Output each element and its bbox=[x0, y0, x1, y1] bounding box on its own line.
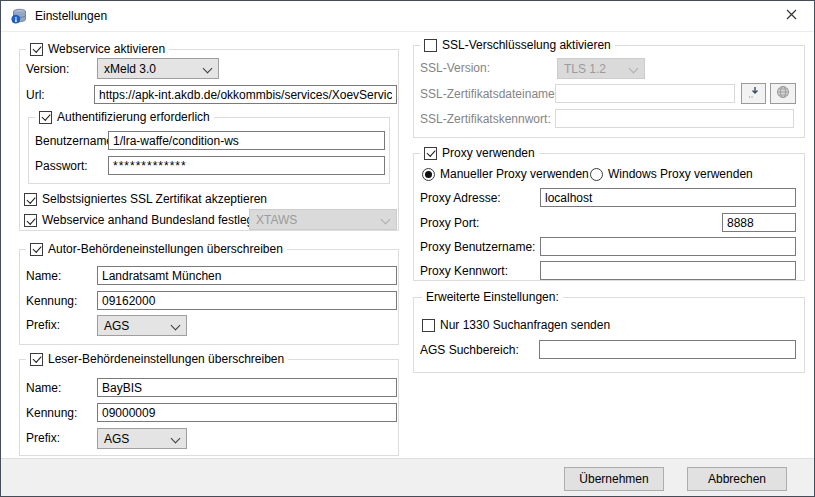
proxy-verwenden-checkbox[interactable] bbox=[424, 147, 437, 160]
bundesland-label: Webservice anhand Bundesland festlegen bbox=[42, 213, 267, 228]
bundesland-select: XTAWS bbox=[249, 209, 397, 230]
autor-name-input[interactable] bbox=[97, 266, 397, 285]
advanced-group-label: Erweiterte Einstellungen: bbox=[422, 289, 563, 305]
passwort-label: Passwort: bbox=[35, 159, 88, 174]
autor-ueberschreiben-label: Autor-Behördeneinstellungen überschreibe… bbox=[48, 241, 283, 257]
proxy-pass-input[interactable] bbox=[540, 261, 796, 280]
globe-icon bbox=[776, 85, 790, 102]
proxy-port-input[interactable] bbox=[722, 213, 796, 232]
webservice-group: Webservice aktivieren Version: xMeld 3.0… bbox=[19, 49, 399, 231]
url-label: Url: bbox=[26, 88, 45, 103]
only1330-label: Nur 1330 Suchanfragen senden bbox=[440, 318, 610, 333]
leser-group: Leser-Behördeneinstellungen überschreibe… bbox=[19, 359, 399, 456]
ssl-pass-input bbox=[555, 109, 794, 128]
leser-prefix-select[interactable]: AGS bbox=[97, 428, 187, 449]
bundesland-row: Webservice anhand Bundesland festlegen bbox=[24, 213, 267, 228]
ssl-file-input bbox=[555, 84, 735, 103]
chevron-down-icon bbox=[203, 64, 213, 74]
proxy-address-label: Proxy Adresse: bbox=[420, 191, 501, 206]
ssl-version-select: TLS 1.2 bbox=[557, 58, 645, 79]
ssl-pass-label: SSL-Zertifikatskennwort: bbox=[420, 112, 551, 127]
autor-kennung-input[interactable] bbox=[97, 291, 397, 310]
ssl-aktivieren-checkbox[interactable] bbox=[424, 39, 437, 52]
leser-ueberschreiben-checkbox[interactable] bbox=[30, 353, 43, 366]
ssl-group: SSL-Verschlüsselung aktivieren SSL-Versi… bbox=[413, 45, 805, 138]
autor-ueberschreiben-checkbox[interactable] bbox=[30, 243, 43, 256]
autor-group: Autor-Behördeneinstellungen überschreibe… bbox=[19, 249, 399, 345]
chevron-down-icon bbox=[629, 64, 639, 74]
leser-kennung-input[interactable] bbox=[97, 403, 397, 422]
auth-group: Authentifizierung erforderlich Benutzern… bbox=[28, 117, 390, 184]
version-select[interactable]: xMeld 3.0 bbox=[97, 58, 219, 79]
manual-proxy-radio[interactable] bbox=[422, 168, 435, 181]
proxy-group: Proxy verwenden Manueller Proxy verwende… bbox=[413, 153, 805, 281]
selfsigned-label: Selbstsigniertes SSL Zertifikat akzeptie… bbox=[42, 192, 267, 207]
autor-prefix-value: AGS bbox=[104, 319, 129, 333]
window-title: Einstellungen bbox=[35, 9, 107, 23]
auth-erforderlich-label: Authentifizierung erforderlich bbox=[57, 109, 210, 125]
autor-kennung-label: Kennung: bbox=[26, 294, 77, 309]
ags-suchbereich-input[interactable] bbox=[539, 340, 796, 359]
benutzername-input[interactable] bbox=[108, 131, 385, 150]
benutzername-label: Benutzername: bbox=[35, 134, 116, 149]
manual-proxy-row: Manueller Proxy verwenden bbox=[422, 167, 589, 182]
only1330-row: Nur 1330 Suchanfragen senden bbox=[422, 318, 610, 333]
browse-certificate-button[interactable] bbox=[741, 83, 766, 104]
selfsigned-checkbox[interactable] bbox=[24, 193, 37, 206]
chevron-down-icon bbox=[171, 321, 181, 331]
leser-prefix-label: Prefix: bbox=[26, 431, 60, 446]
app-icon bbox=[11, 8, 27, 24]
proxy-port-label: Proxy Port: bbox=[420, 216, 479, 231]
close-button[interactable] bbox=[769, 1, 814, 30]
ssl-file-label: SSL-Zertifikatsdateiname: bbox=[420, 87, 558, 102]
ssl-version-value: TLS 1.2 bbox=[564, 62, 606, 76]
proxy-verwenden-label: Proxy verwenden bbox=[442, 145, 535, 161]
proxy-pass-label: Proxy Kennwort: bbox=[420, 264, 508, 279]
ags-suchbereich-label: AGS Suchbereich: bbox=[420, 343, 519, 358]
file-import-icon bbox=[747, 86, 761, 102]
leser-ueberschreiben-label: Leser-Behördeneinstellungen überschreibe… bbox=[48, 351, 284, 367]
autor-name-label: Name: bbox=[26, 269, 61, 284]
ssl-version-label: SSL-Version: bbox=[420, 61, 490, 76]
webservice-aktivieren-checkbox[interactable] bbox=[30, 43, 43, 56]
windows-proxy-radio[interactable] bbox=[590, 168, 603, 181]
leser-name-input[interactable] bbox=[97, 378, 397, 397]
bundesland-checkbox[interactable] bbox=[24, 214, 37, 227]
close-icon bbox=[786, 9, 797, 23]
version-label: Version: bbox=[26, 62, 69, 77]
uebernehmen-button[interactable]: Übernehmen bbox=[564, 467, 664, 491]
url-input[interactable] bbox=[94, 85, 397, 104]
advanced-group: Erweiterte Einstellungen: Nur 1330 Sucha… bbox=[413, 297, 805, 373]
footer-bar: Übernehmen Abbrechen bbox=[1, 458, 814, 497]
leser-name-label: Name: bbox=[26, 381, 61, 396]
leser-kennung-label: Kennung: bbox=[26, 406, 77, 421]
proxy-address-input[interactable] bbox=[540, 188, 796, 207]
title-bar: Einstellungen bbox=[1, 1, 814, 32]
windows-proxy-row: Windows Proxy verwenden bbox=[590, 167, 753, 182]
proxy-user-label: Proxy Benutzername: bbox=[420, 240, 535, 255]
bundesland-value: XTAWS bbox=[256, 213, 297, 227]
autor-prefix-label: Prefix: bbox=[26, 318, 60, 333]
webservice-aktivieren-label: Webservice aktivieren bbox=[48, 41, 165, 57]
auth-erforderlich-checkbox[interactable] bbox=[39, 111, 52, 124]
proxy-user-input[interactable] bbox=[540, 237, 796, 256]
einstellungen-dialog: Einstellungen Webservice aktivieren Vers… bbox=[0, 0, 815, 497]
manual-proxy-label: Manueller Proxy verwenden bbox=[440, 167, 589, 182]
chevron-down-icon bbox=[381, 215, 391, 225]
windows-proxy-label: Windows Proxy verwenden bbox=[608, 167, 753, 182]
certificate-globe-button[interactable] bbox=[770, 83, 796, 104]
autor-prefix-select[interactable]: AGS bbox=[97, 315, 187, 336]
selfsigned-row: Selbstsigniertes SSL Zertifikat akzeptie… bbox=[24, 192, 267, 207]
leser-prefix-value: AGS bbox=[104, 432, 129, 446]
ssl-aktivieren-label: SSL-Verschlüsselung aktivieren bbox=[442, 37, 611, 53]
passwort-input[interactable] bbox=[108, 156, 385, 175]
abbrechen-button[interactable]: Abbrechen bbox=[687, 467, 787, 491]
chevron-down-icon bbox=[171, 434, 181, 444]
version-value: xMeld 3.0 bbox=[104, 62, 156, 76]
only1330-checkbox[interactable] bbox=[422, 319, 435, 332]
